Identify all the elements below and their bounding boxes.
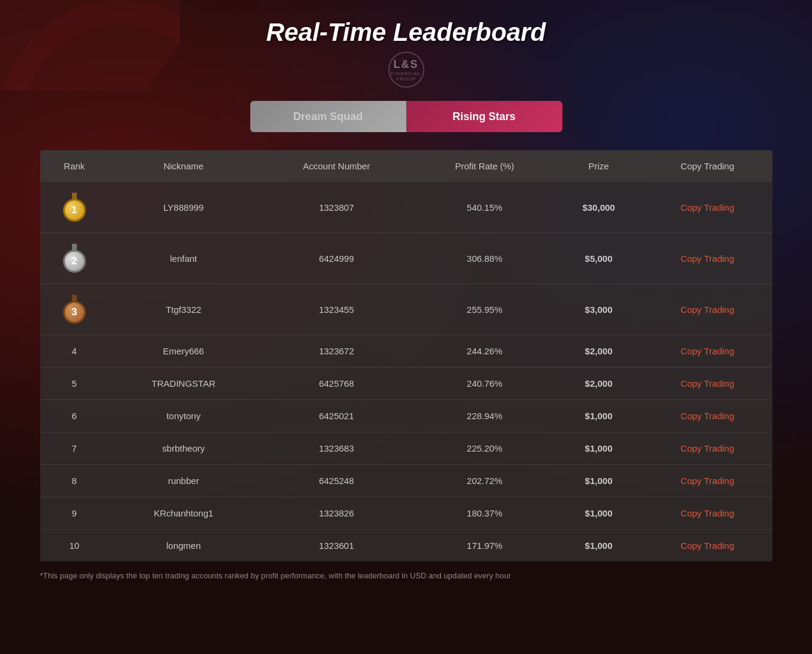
table-row: 4Emery6661323672244.26%$2,000Copy Tradin… bbox=[40, 335, 772, 368]
col-account: Account Number bbox=[259, 150, 415, 182]
main-container: Real-Time Leaderboard L&S FINANCIAL GROU… bbox=[40, 0, 772, 604]
account-cell: 1323455 bbox=[259, 284, 415, 335]
copy-trading-cell[interactable]: Copy Trading bbox=[643, 233, 772, 284]
tab-rising-stars[interactable]: Rising Stars bbox=[406, 101, 562, 132]
copy-trading-cell[interactable]: Copy Trading bbox=[643, 335, 772, 368]
prize-cell: $2,000 bbox=[555, 368, 643, 400]
account-cell: 6425021 bbox=[259, 400, 415, 432]
prize-cell: $1,000 bbox=[555, 497, 643, 530]
table-row: 3Ttgf33221323455255.95%$3,000Copy Tradin… bbox=[40, 284, 772, 335]
profit-cell: 171.97% bbox=[415, 530, 555, 562]
copy-trading-link[interactable]: Copy Trading bbox=[681, 304, 734, 315]
rank-cell: 4 bbox=[40, 335, 109, 368]
copy-trading-cell[interactable]: Copy Trading bbox=[643, 465, 772, 497]
col-copy: Copy Trading bbox=[643, 150, 772, 182]
copy-trading-link[interactable]: Copy Trading bbox=[681, 443, 734, 453]
nickname-cell: longmen bbox=[109, 530, 259, 562]
account-cell: 6425248 bbox=[259, 465, 415, 497]
nickname-cell: tonytony bbox=[109, 400, 259, 432]
prize-cell: $5,000 bbox=[555, 233, 643, 284]
table-row: 10longmen1323601171.97%$1,000Copy Tradin… bbox=[40, 530, 772, 562]
copy-trading-link[interactable]: Copy Trading bbox=[681, 476, 734, 486]
nickname-cell: TRADINGSTAR bbox=[109, 368, 259, 400]
account-cell: 6425768 bbox=[259, 368, 415, 400]
account-cell: 1323672 bbox=[259, 335, 415, 368]
rank-cell: 10 bbox=[40, 530, 109, 562]
copy-trading-cell[interactable]: Copy Trading bbox=[643, 368, 772, 400]
col-prize: Prize bbox=[555, 150, 643, 182]
rank-cell: 8 bbox=[40, 465, 109, 497]
account-cell: 1323601 bbox=[259, 530, 415, 562]
table-row: 8runbber6425248202.72%$1,000Copy Trading bbox=[40, 465, 772, 497]
tab-bar: Dream Squad Rising Stars bbox=[40, 101, 772, 132]
tab-dream-squad[interactable]: Dream Squad bbox=[250, 101, 406, 132]
copy-trading-cell[interactable]: Copy Trading bbox=[643, 400, 772, 432]
profit-cell: 180.37% bbox=[415, 497, 555, 530]
table-row: 7sbrbtheory1323683225.20%$1,000Copy Trad… bbox=[40, 432, 772, 465]
copy-trading-link[interactable]: Copy Trading bbox=[681, 253, 734, 264]
table-row: 2lenfant6424999306.88%$5,000Copy Trading bbox=[40, 233, 772, 284]
nickname-cell: KRchanhtong1 bbox=[109, 497, 259, 530]
prize-cell: $1,000 bbox=[555, 530, 643, 562]
profit-cell: 228.94% bbox=[415, 400, 555, 432]
rank-cell: 3 bbox=[40, 284, 109, 335]
rank-cell: 2 bbox=[40, 233, 109, 284]
prize-cell: $3,000 bbox=[555, 284, 643, 335]
account-cell: 1323683 bbox=[259, 432, 415, 465]
prize-cell: $1,000 bbox=[555, 400, 643, 432]
copy-trading-cell[interactable]: Copy Trading bbox=[643, 284, 772, 335]
account-cell: 1323826 bbox=[259, 497, 415, 530]
profit-cell: 306.88% bbox=[415, 233, 555, 284]
copy-trading-link[interactable]: Copy Trading bbox=[681, 508, 734, 518]
nickname-cell: Ttgf3322 bbox=[109, 284, 259, 335]
copy-trading-link[interactable]: Copy Trading bbox=[681, 346, 734, 356]
table-row: 1LY8889991323807540.15%$30,000Copy Tradi… bbox=[40, 182, 772, 233]
logo-text-main: L&S bbox=[394, 58, 419, 71]
prize-cell: $1,000 bbox=[555, 432, 643, 465]
nickname-cell: runbber bbox=[109, 465, 259, 497]
copy-trading-link[interactable]: Copy Trading bbox=[681, 540, 734, 551]
prize-cell: $1,000 bbox=[555, 465, 643, 497]
logo-area: L&S FINANCIAL GROUP bbox=[40, 52, 772, 90]
col-profit: Profit Rate (%) bbox=[415, 150, 555, 182]
nickname-cell: sbrbtheory bbox=[109, 432, 259, 465]
page-title: Real-Time Leaderboard bbox=[40, 18, 772, 47]
table-row: 6tonytony6425021228.94%$1,000Copy Tradin… bbox=[40, 400, 772, 432]
rank-cell: 1 bbox=[40, 182, 109, 233]
col-rank: Rank bbox=[40, 150, 109, 182]
account-cell: 1323807 bbox=[259, 182, 415, 233]
footer-note: *This page only displays the top ten tra… bbox=[40, 571, 772, 580]
profit-cell: 225.20% bbox=[415, 432, 555, 465]
nickname-cell: LY888999 bbox=[109, 182, 259, 233]
rank-cell: 9 bbox=[40, 497, 109, 530]
profit-cell: 244.26% bbox=[415, 335, 555, 368]
rank-cell: 6 bbox=[40, 400, 109, 432]
copy-trading-cell[interactable]: Copy Trading bbox=[643, 530, 772, 562]
table-row: 9KRchanhtong11323826180.37%$1,000Copy Tr… bbox=[40, 497, 772, 530]
copy-trading-cell[interactable]: Copy Trading bbox=[643, 432, 772, 465]
profit-cell: 202.72% bbox=[415, 465, 555, 497]
copy-trading-cell[interactable]: Copy Trading bbox=[643, 182, 772, 233]
leaderboard-table: Rank Nickname Account Number Profit Rate… bbox=[40, 150, 772, 562]
prize-cell: $30,000 bbox=[555, 182, 643, 233]
rank-cell: 5 bbox=[40, 368, 109, 400]
logo-circle: L&S FINANCIAL GROUP bbox=[388, 52, 424, 88]
table-row: 5TRADINGSTAR6425768240.76%$2,000Copy Tra… bbox=[40, 368, 772, 400]
profit-cell: 240.76% bbox=[415, 368, 555, 400]
logo-text-sub: FINANCIAL GROUP bbox=[389, 71, 423, 82]
prize-cell: $2,000 bbox=[555, 335, 643, 368]
copy-trading-cell[interactable]: Copy Trading bbox=[643, 497, 772, 530]
copy-trading-link[interactable]: Copy Trading bbox=[681, 378, 734, 389]
col-nickname: Nickname bbox=[109, 150, 259, 182]
profit-cell: 540.15% bbox=[415, 182, 555, 233]
profit-cell: 255.95% bbox=[415, 284, 555, 335]
copy-trading-link[interactable]: Copy Trading bbox=[681, 411, 734, 421]
nickname-cell: Emery666 bbox=[109, 335, 259, 368]
account-cell: 6424999 bbox=[259, 233, 415, 284]
leaderboard-table-wrapper: Rank Nickname Account Number Profit Rate… bbox=[40, 150, 772, 562]
nickname-cell: lenfant bbox=[109, 233, 259, 284]
copy-trading-link[interactable]: Copy Trading bbox=[681, 202, 734, 213]
table-header-row: Rank Nickname Account Number Profit Rate… bbox=[40, 150, 772, 182]
rank-cell: 7 bbox=[40, 432, 109, 465]
